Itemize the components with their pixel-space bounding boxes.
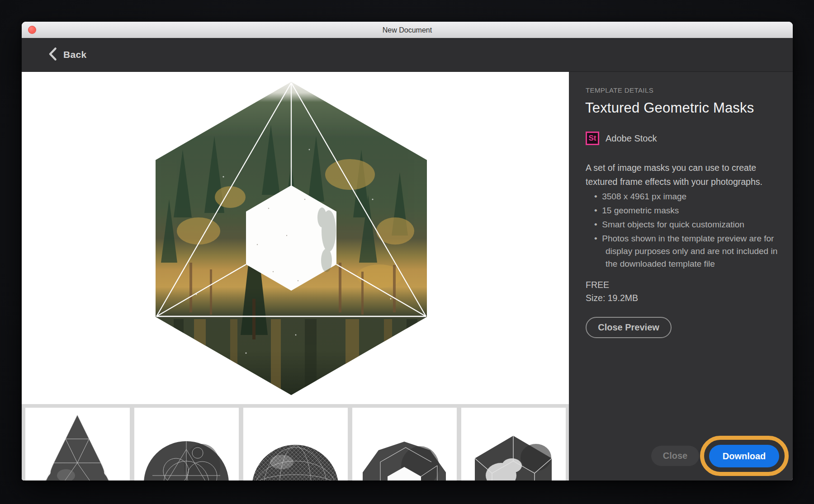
- template-feature-list: 3508 x 4961 px image 15 geometric masks …: [586, 190, 790, 272]
- file-size-label: Size: 19.2MB: [586, 293, 638, 303]
- feature-item: Smart objects for quick customization: [586, 218, 790, 231]
- window-titlebar: New Document: [22, 22, 793, 38]
- provider-name: Adobe Stock: [606, 133, 657, 144]
- thumbnail-decagon-aperture-mask[interactable]: [352, 408, 457, 480]
- price-label: FREE: [586, 280, 609, 290]
- back-button[interactable]: Back: [48, 47, 86, 63]
- close-preview-button[interactable]: Close Preview: [586, 317, 672, 338]
- template-preview-pane: [22, 72, 569, 480]
- new-document-dialog: New Document Back: [22, 22, 793, 480]
- chevron-left-icon: [48, 47, 57, 63]
- template-title: Textured Geometric Masks: [585, 100, 754, 116]
- template-details-panel: TEMPLATE DETAILS Textured Geometric Mask…: [569, 72, 793, 480]
- provider-row: St Adobe Stock: [586, 132, 657, 145]
- thumbnail-circle-geometry-mask[interactable]: [134, 408, 239, 480]
- thumbnail-teardrop-mask[interactable]: [25, 408, 130, 480]
- back-button-label: Back: [63, 49, 86, 60]
- download-button[interactable]: Download: [709, 445, 779, 467]
- feature-item: Photos shown in the template preview are…: [586, 232, 790, 270]
- feature-item: 3508 x 4961 px image: [586, 190, 790, 203]
- thumbnail-strip: [22, 404, 569, 480]
- window-title: New Document: [22, 22, 793, 38]
- feature-item: 15 geometric masks: [586, 204, 790, 217]
- thumbnail-geodesic-sphere-mask[interactable]: [243, 408, 348, 480]
- adobe-stock-icon: St: [586, 132, 599, 145]
- back-navigation-bar: Back: [22, 38, 793, 72]
- template-description: A set of image masks you can use to crea…: [586, 161, 771, 189]
- close-button[interactable]: Close: [651, 446, 699, 466]
- thumbnail-hexagon-cube-mask[interactable]: [461, 408, 566, 480]
- panel-eyebrow: TEMPLATE DETAILS: [586, 86, 653, 94]
- template-preview-image: [156, 82, 427, 395]
- dialog-content: TEMPLATE DETAILS Textured Geometric Mask…: [22, 72, 793, 480]
